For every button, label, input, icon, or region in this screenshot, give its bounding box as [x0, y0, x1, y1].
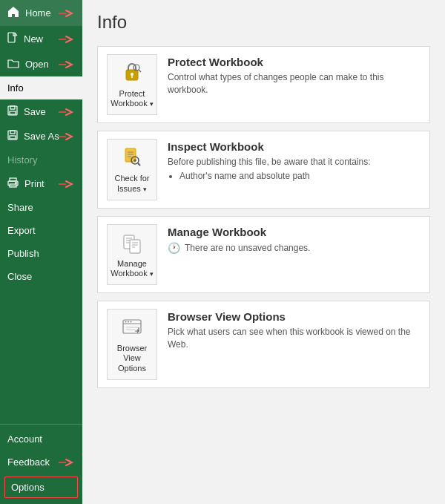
sidebar-item-publish[interactable]: Publish — [0, 242, 82, 265]
sidebar-item-print[interactable]: Print — [0, 171, 82, 196]
svg-rect-1 — [8, 33, 15, 42]
svg-point-15 — [16, 183, 17, 184]
print-icon — [7, 177, 19, 190]
protect-workbook-desc: Control what types of changes people can… — [168, 71, 421, 96]
sidebar-item-label: Save — [24, 106, 46, 117]
inspect-workbook-desc: Before publishing this file, be aware th… — [168, 156, 421, 183]
sidebar-item-close[interactable]: Close — [0, 265, 82, 288]
sidebar-item-history: History — [0, 148, 82, 171]
page-title: Info — [97, 12, 430, 33]
sidebar-item-label: Close — [7, 271, 32, 282]
protect-workbook-content: Protect Workbook Control what types of c… — [168, 54, 421, 96]
main-content: Info ProtectWorkbook ▾ Protect Workbook … — [82, 0, 445, 504]
svg-rect-5 — [10, 106, 15, 109]
svg-line-28 — [138, 163, 140, 166]
browser-view-content: Browser View Options Pick what users can… — [168, 309, 421, 351]
sidebar-item-options[interactable]: Options — [4, 477, 78, 498]
browser-view-title: Browser View Options — [168, 310, 421, 323]
browser-view-icon-label: Browser ViewOptions — [111, 344, 154, 373]
browser-view-button[interactable]: Browser ViewOptions — [107, 309, 157, 380]
manage-workbook-icon-label: ManageWorkbook ▾ — [111, 259, 153, 278]
manage-workbook-desc: 🕐 There are no unsaved changes. — [168, 241, 421, 256]
svg-point-41 — [125, 321, 127, 323]
sidebar-item-label: Info — [7, 82, 24, 94]
sidebar-item-label: Export — [7, 225, 36, 236]
sidebar-item-label: Print — [24, 178, 44, 189]
inspect-workbook-card: Check forIssues ▾ Inspect Workbook Befor… — [97, 131, 430, 208]
protect-workbook-card: ProtectWorkbook ▾ Protect Workbook Contr… — [97, 46, 430, 123]
inspect-bullet: Author's name and absolute path — [179, 170, 421, 183]
open-icon — [7, 58, 19, 71]
check-issues-icon-label: Check forIssues ▾ — [114, 174, 149, 193]
save-arrow — [59, 105, 79, 120]
sidebar: Home New Open Info — [0, 0, 82, 504]
sidebar-item-account[interactable]: Account — [0, 428, 82, 451]
svg-rect-12 — [10, 178, 16, 181]
sidebar-item-label: Save As — [24, 131, 59, 142]
check-for-issues-button[interactable]: Check forIssues ▾ — [107, 139, 157, 200]
sidebar-item-new[interactable]: New — [0, 26, 82, 52]
sidebar-item-feedback[interactable]: Feedback — [0, 451, 82, 474]
svg-rect-10 — [10, 136, 16, 139]
manage-workbook-button[interactable]: ManageWorkbook ▾ — [107, 224, 157, 285]
svg-rect-9 — [10, 131, 15, 134]
sidebar-item-share[interactable]: Share — [0, 196, 82, 219]
protect-workbook-icon-label: ProtectWorkbook ▾ — [111, 89, 153, 108]
svg-point-43 — [131, 321, 132, 323]
sidebar-item-label: Open — [25, 59, 49, 70]
home-arrow — [59, 6, 79, 21]
manage-workbook-content: Manage Workbook 🕐 There are no unsaved c… — [168, 224, 421, 256]
print-arrow — [59, 177, 79, 192]
svg-rect-35 — [130, 240, 140, 253]
protect-workbook-title: Protect Workbook — [168, 56, 421, 68]
sidebar-item-label: Share — [7, 202, 33, 213]
sidebar-nav: Home New Open Info — [0, 0, 82, 424]
sidebar-item-label: Account — [7, 433, 42, 445]
svg-rect-23 — [125, 148, 136, 162]
clock-icon: 🕐 — [168, 241, 180, 256]
sidebar-item-info[interactable]: Info — [0, 76, 82, 99]
save-as-arrow — [59, 129, 79, 144]
sidebar-item-label: Home — [25, 7, 51, 19]
browser-view-card: Browser ViewOptions Browser View Options… — [97, 301, 430, 388]
svg-line-22 — [139, 70, 141, 72]
sidebar-item-export[interactable]: Export — [0, 219, 82, 242]
home-icon — [7, 6, 19, 20]
svg-rect-6 — [10, 111, 16, 114]
manage-workbook-title: Manage Workbook — [168, 226, 421, 238]
sidebar-item-open[interactable]: Open — [0, 52, 82, 76]
save-as-icon — [7, 130, 18, 143]
inspect-workbook-title: Inspect Workbook — [168, 140, 421, 153]
inspect-workbook-content: Inspect Workbook Before publishing this … — [168, 139, 421, 183]
svg-point-19 — [131, 73, 134, 76]
sidebar-item-home[interactable]: Home — [0, 0, 82, 26]
sidebar-item-label: Options — [11, 482, 44, 493]
sidebar-bottom: Account Feedback Options — [0, 424, 82, 504]
manage-workbook-card: ManageWorkbook ▾ Manage Workbook 🕐 There… — [97, 216, 430, 293]
new-arrow — [59, 32, 79, 47]
protect-workbook-button[interactable]: ProtectWorkbook ▾ — [107, 54, 157, 115]
new-icon — [7, 32, 18, 46]
sidebar-item-label: Publish — [7, 248, 39, 259]
save-icon — [7, 105, 18, 118]
sidebar-item-label: New — [24, 33, 43, 45]
open-arrow — [59, 57, 79, 72]
sidebar-item-label: History — [7, 154, 37, 166]
sidebar-item-label: Feedback — [7, 456, 50, 468]
feedback-arrow — [59, 455, 79, 470]
svg-point-42 — [128, 321, 129, 323]
browser-view-desc: Pick what users can see when this workbo… — [168, 326, 421, 351]
sidebar-item-save[interactable]: Save — [0, 99, 82, 124]
sidebar-item-save-as[interactable]: Save As — [0, 124, 82, 148]
